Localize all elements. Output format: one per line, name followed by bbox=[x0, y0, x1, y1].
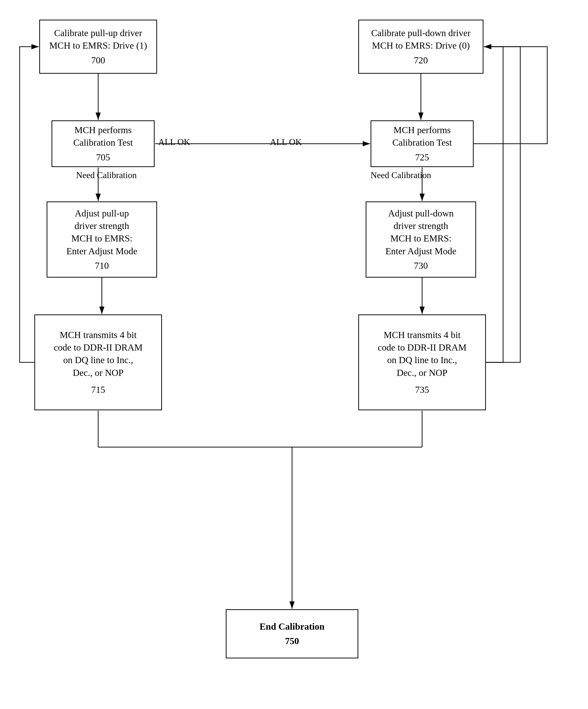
box-715-text1: MCH transmits 4 bit bbox=[60, 329, 137, 341]
box-725-text2: Calibration Test bbox=[392, 136, 452, 149]
box-700-id: 700 bbox=[91, 54, 105, 67]
box-725-text: MCH performs bbox=[393, 124, 451, 136]
box-730-text2: driver strength bbox=[394, 220, 448, 232]
box-735-id: 735 bbox=[415, 384, 429, 396]
box-710-text3: MCH to EMRS: bbox=[71, 232, 132, 245]
box-735-text2: code to DDR-II DRAM bbox=[378, 341, 467, 354]
box-715-id: 715 bbox=[91, 384, 105, 396]
box-700-text: Calibrate pull-up driver bbox=[54, 27, 142, 39]
box-710-text2: driver strength bbox=[75, 220, 129, 232]
box-720-id: 720 bbox=[414, 54, 428, 67]
allok1-label: ALL OK bbox=[158, 137, 190, 147]
box-730-text3: MCH to EMRS: bbox=[390, 232, 451, 245]
diagram-container: Calibrate pull-up driver MCH to EMRS: Dr… bbox=[0, 0, 588, 709]
needcal2-label: Need Calibration bbox=[370, 170, 431, 180]
box-720-text: Calibrate pull-down driver bbox=[371, 27, 471, 39]
box-750: End Calibration 750 bbox=[226, 609, 358, 658]
box-710: Adjust pull-up driver strength MCH to EM… bbox=[47, 202, 157, 278]
box-715-text2: code to DDR-II DRAM bbox=[54, 341, 143, 354]
box-715-text4: Dec., or NOP bbox=[73, 367, 124, 379]
box-720: Calibrate pull-down driver MCH to EMRS: … bbox=[358, 20, 483, 74]
box-705-id: 705 bbox=[96, 151, 110, 164]
box-700: Calibrate pull-up driver MCH to EMRS: Dr… bbox=[39, 20, 157, 74]
box-705-text2: Calibration Test bbox=[74, 136, 133, 149]
box-710-text4: Enter Adjust Mode bbox=[66, 245, 137, 258]
allok2-label: ALL OK bbox=[270, 137, 302, 147]
box-715: MCH transmits 4 bit code to DDR-II DRAM … bbox=[34, 314, 162, 410]
box-730-text4: Enter Adjust Mode bbox=[385, 245, 456, 258]
box-705-text: MCH performs bbox=[74, 124, 132, 136]
box-750-id: 750 bbox=[285, 635, 299, 647]
needcal1-label: Need Calibration bbox=[76, 170, 137, 180]
box-735-text3: on DQ line to Inc., bbox=[387, 354, 457, 366]
box-715-text3: on DQ line to Inc., bbox=[63, 354, 133, 366]
box-735-text1: MCH transmits 4 bit bbox=[384, 329, 460, 341]
box-750-text1: End Calibration bbox=[259, 620, 325, 633]
box-725: MCH performs Calibration Test 725 bbox=[370, 121, 474, 167]
box-705: MCH performs Calibration Test 705 bbox=[52, 121, 155, 167]
box-735-text4: Dec., or NOP bbox=[397, 367, 448, 379]
box-710-id: 710 bbox=[95, 259, 109, 272]
box-730-id: 730 bbox=[414, 259, 428, 272]
box-720-text2: MCH to EMRS: Drive (0) bbox=[372, 39, 470, 52]
box-725-id: 725 bbox=[415, 151, 429, 164]
box-730-text1: Adjust pull-down bbox=[388, 207, 453, 220]
box-730: Adjust pull-down driver strength MCH to … bbox=[366, 202, 476, 278]
box-710-text1: Adjust pull-up bbox=[75, 207, 129, 220]
box-700-text2: MCH to EMRS: Drive (1) bbox=[49, 39, 147, 52]
box-735: MCH transmits 4 bit code to DDR-II DRAM … bbox=[358, 314, 486, 410]
